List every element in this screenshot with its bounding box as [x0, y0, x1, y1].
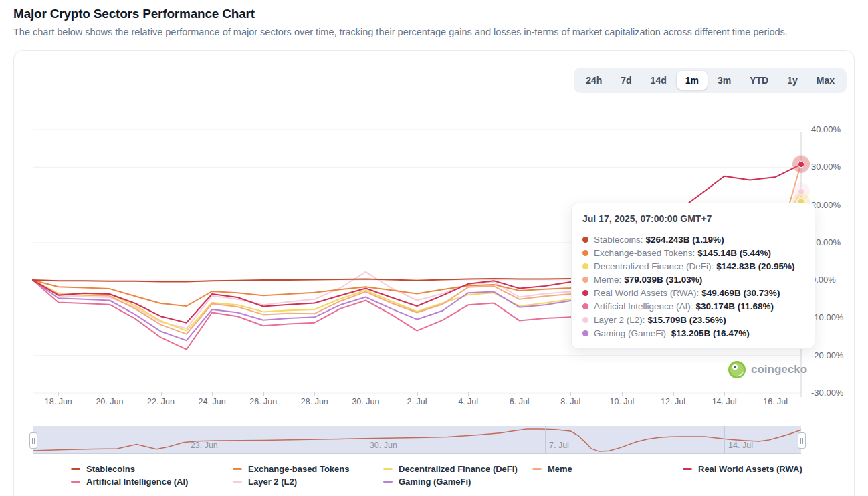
- tooltip-series-dot: [582, 277, 588, 283]
- coingecko-logo-icon: [728, 361, 746, 378]
- tooltip-series-name: Decentralized Finance (DeFi):: [594, 261, 714, 271]
- legend-item-exchange-based-tokens[interactable]: Exchange-based Tokens: [233, 463, 383, 474]
- legend-label: Meme: [548, 464, 572, 474]
- y-axis-label: -30.00%: [811, 388, 854, 398]
- chart-legend: StablecoinsExchange-based TokensDecentra…: [71, 463, 802, 487]
- tooltip-series-name: Meme:: [594, 275, 621, 285]
- legend-dash-icon: [233, 481, 242, 483]
- coingecko-watermark: coingecko: [728, 361, 807, 378]
- x-axis-tick: [776, 392, 776, 396]
- x-axis-label: 16. Jul: [763, 397, 788, 406]
- x-axis-tick: [520, 392, 520, 396]
- tooltip-series-name: Stablecoins:: [594, 235, 643, 245]
- legend-item-meme[interactable]: Meme: [532, 463, 683, 474]
- navigator-series-line: [33, 429, 801, 451]
- tooltip-series-name: Real World Assets (RWA):: [594, 288, 699, 298]
- x-axis-label: 20. Jun: [96, 397, 123, 406]
- navigator-right-handle[interactable]: [798, 432, 806, 449]
- tooltip-series-value: $30.174B (11.68%): [696, 301, 774, 312]
- tooltip-series-name: Artificial Intelligence (AI):: [594, 301, 693, 312]
- range-button-max[interactable]: Max: [808, 71, 843, 90]
- tooltip-series-value: $264.243B (1.19%): [646, 235, 724, 245]
- tooltip-date: Jul 17, 2025, 07:00:00 GMT+7: [582, 213, 804, 224]
- legend-dash-icon: [383, 481, 393, 483]
- legend-item-rwa[interactable]: Real World Assets (RWA): [683, 463, 802, 474]
- y-axis-label: -10.00%: [811, 312, 854, 322]
- tooltip-row: Decentralized Finance (DeFi): $142.83B (…: [582, 259, 804, 273]
- navigator-gridline: [187, 426, 187, 453]
- x-axis-tick: [724, 392, 725, 396]
- navigator-mini-chart: [33, 426, 801, 453]
- tooltip-series-value: $13.205B (16.47%): [671, 328, 750, 338]
- y-axis-label: 0.00%: [811, 275, 854, 285]
- legend-item-l2[interactable]: Layer 2 (L2): [233, 476, 383, 487]
- range-button-7d[interactable]: 7d: [612, 71, 640, 90]
- tooltip-series-value: $49.469B (30.73%): [701, 288, 780, 298]
- tooltip-series-dot: [582, 317, 588, 323]
- range-button-14d[interactable]: 14d: [642, 71, 675, 90]
- legend-label: Decentralized Finance (DeFi): [399, 464, 518, 474]
- x-axis-tick: [366, 392, 366, 396]
- navigator-gridline: [724, 426, 725, 453]
- tooltip-row: Real World Assets (RWA): $49.469B (30.73…: [582, 286, 804, 299]
- chart-navigator[interactable]: 23. Jun30. Jun7. Jul14. Jul: [33, 426, 801, 454]
- x-axis-tick: [417, 392, 418, 396]
- marker-dot-rwa: [798, 162, 804, 168]
- range-button-1m[interactable]: 1m: [677, 71, 708, 90]
- x-axis-label: 24. Jun: [199, 397, 226, 406]
- tooltip-row: Stablecoins: $264.243B (1.19%): [582, 233, 804, 246]
- navigator-left-handle[interactable]: [29, 432, 37, 449]
- legend-label: Real World Assets (RWA): [698, 464, 802, 474]
- range-selector: 24h7d14d1m3mYTD1yMax: [574, 68, 847, 93]
- y-axis-label: 20.00%: [811, 200, 854, 210]
- x-axis-tick: [673, 392, 674, 396]
- tooltip-series-dot: [582, 250, 588, 256]
- x-axis-label: 2. Jul: [407, 397, 427, 406]
- legend-dash-icon: [683, 468, 692, 470]
- x-axis-label: 6. Jul: [510, 397, 530, 406]
- range-button-1y[interactable]: 1y: [778, 71, 806, 90]
- y-axis-label: 30.00%: [811, 162, 854, 172]
- legend-item-ai[interactable]: Artificial Intelligence (AI): [71, 476, 233, 487]
- range-button-3m[interactable]: 3m: [709, 71, 740, 90]
- tooltip-series-dot: [582, 330, 588, 336]
- legend-label: Artificial Intelligence (AI): [86, 477, 188, 487]
- y-axis-label: 10.00%: [811, 237, 854, 247]
- page-title: Major Crypto Sectors Performance Chart: [13, 7, 855, 21]
- legend-item-stablecoins[interactable]: Stablecoins: [71, 463, 233, 474]
- x-axis-label: 18. Jun: [45, 397, 72, 406]
- x-axis-label: 28. Jun: [301, 397, 328, 406]
- range-button-24h[interactable]: 24h: [577, 71, 611, 90]
- tooltip-series-dot: [582, 303, 588, 309]
- x-axis-label: 4. Jul: [458, 397, 478, 406]
- legend-item-gamefi[interactable]: Gaming (GameFi): [383, 476, 532, 487]
- legend-item-defi[interactable]: Decentralized Finance (DeFi): [383, 463, 532, 474]
- x-axis-tick: [58, 392, 59, 396]
- x-axis-tick: [161, 392, 162, 396]
- x-axis-tick: [622, 392, 623, 396]
- legend-label: Gaming (GameFi): [399, 477, 471, 487]
- range-button-ytd[interactable]: YTD: [741, 71, 777, 90]
- x-axis-label: 22. Jun: [147, 397, 175, 406]
- tooltip-series-dot: [582, 263, 588, 269]
- x-axis-label: 8. Jul: [560, 397, 580, 406]
- tooltip-row: Gaming (GameFi): $13.205B (16.47%): [582, 326, 804, 340]
- navigator-date-label: 30. Jun: [370, 441, 397, 450]
- legend-label: Layer 2 (L2): [248, 477, 297, 487]
- page-header: Major Crypto Sectors Performance Chart T…: [0, 0, 868, 37]
- navigator-date-label: 14. Jul: [728, 441, 753, 450]
- chart-card: 24h7d14d1m3mYTD1yMax 40.00%30.00%20.00%1…: [13, 50, 855, 496]
- tooltip-series-value: $145.14B (5.44%): [697, 248, 771, 258]
- x-axis-tick: [314, 392, 315, 396]
- tooltip-row: Meme: $79.039B (31.03%): [582, 273, 804, 286]
- tooltip-series-dot: [582, 237, 588, 243]
- legend-dash-icon: [71, 468, 80, 470]
- x-axis-label: 12. Jul: [661, 397, 685, 406]
- y-axis-label: 40.00%: [811, 124, 854, 134]
- tooltip-series-name: Exchange-based Tokens:: [594, 248, 695, 258]
- navigator-date-label: 23. Jun: [191, 441, 218, 450]
- x-axis-tick: [110, 392, 110, 396]
- x-axis-tick: [468, 392, 469, 396]
- x-axis-label: 10. Jul: [609, 397, 634, 406]
- tooltip-series-name: Layer 2 (L2):: [594, 315, 645, 325]
